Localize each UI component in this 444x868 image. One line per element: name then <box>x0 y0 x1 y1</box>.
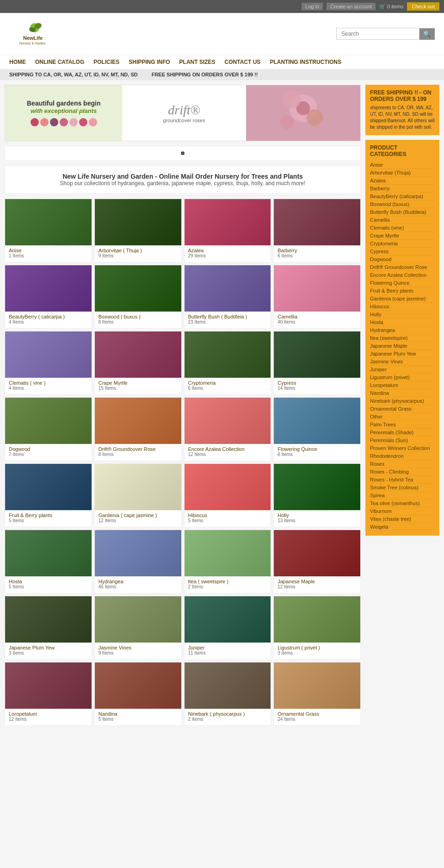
product-cell[interactable]: BeautyBerry ( calicarpa )4 Items <box>5 265 92 329</box>
product-cell[interactable]: Japanese Maple12 Items <box>273 530 361 593</box>
nav-item-policies[interactable]: POLICIES <box>93 59 119 65</box>
category-link[interactable]: Perennials (Shade) <box>370 429 435 437</box>
nav-item-planting[interactable]: PLANTING INSTRUCTIONS <box>270 59 341 65</box>
category-link[interactable]: Palm Trees <box>370 421 435 429</box>
category-link[interactable]: Butterfly Bush (Buddleia) <box>370 208 435 216</box>
category-link[interactable]: Smoke Tree (cotinus) <box>370 484 435 492</box>
nav-item-shipping[interactable]: SHIPPING INFO <box>129 59 170 65</box>
carousel-dot-active[interactable] <box>181 151 185 155</box>
category-link[interactable]: Roses - Hybrid Tea <box>370 476 435 484</box>
search-button[interactable]: 🔍 <box>419 28 435 40</box>
product-cell[interactable]: Loropetalum12 Items <box>5 662 92 726</box>
category-link[interactable]: Itea (sweetspire) <box>370 334 435 342</box>
nav-item-catalog[interactable]: ONLINE CATALOG <box>35 59 84 65</box>
product-count: 40 Items <box>278 319 357 325</box>
category-link[interactable]: Viburnum <box>370 507 435 515</box>
category-link[interactable]: Clematis (vine) <box>370 224 435 232</box>
product-cell[interactable]: Camellia40 Items <box>273 265 361 329</box>
product-name: Encore Azalea Collection <box>188 446 267 452</box>
product-info: Ornamental Grass24 Items <box>274 709 360 725</box>
product-cell[interactable]: Ligustrum ( privet )3 Items <box>273 596 361 660</box>
product-cell[interactable]: Crape Myrtle15 Items <box>94 331 182 395</box>
product-cell[interactable]: Encore Azalea Collection12 Items <box>184 397 271 461</box>
product-cell[interactable]: Gardenia ( cape jasmine )12 Items <box>94 463 182 527</box>
product-cell[interactable]: Japanese Plum Yew3 Items <box>5 596 92 660</box>
category-link[interactable]: Japanese Maple <box>370 342 435 350</box>
category-link[interactable]: BeautyBerry (calicarpa) <box>370 193 435 200</box>
product-cell[interactable]: Barberry6 Items <box>273 199 361 262</box>
product-cell[interactable]: Flowering Quince6 Items <box>273 397 361 461</box>
product-cell[interactable]: Nandina5 Items <box>94 662 182 726</box>
tagline-title: New Life Nursery and Garden - Online Mai… <box>12 173 353 180</box>
product-cell[interactable]: Hosta5 Items <box>5 530 92 593</box>
category-link[interactable]: Boxwood (buxus) <box>370 200 435 208</box>
product-cell[interactable]: Juniper11 Items <box>184 596 271 660</box>
category-link[interactable]: Drift® Groundcover Rose <box>370 263 435 271</box>
category-link[interactable]: Ornamental Grass <box>370 405 435 413</box>
category-link[interactable]: Hosta <box>370 318 435 326</box>
login-link[interactable]: Log in <box>302 3 323 10</box>
flower-7 <box>89 118 97 126</box>
product-cell[interactable]: Cypress14 Items <box>273 331 361 395</box>
category-link[interactable]: Gardenia (cape jasmine) <box>370 295 435 303</box>
product-cell[interactable]: Dogwood7 Items <box>5 397 92 461</box>
product-cell[interactable]: Fruit & Berry plants5 Items <box>5 463 92 527</box>
product-image <box>274 199 360 245</box>
category-link[interactable]: Cypress <box>370 248 435 256</box>
nav-item-home[interactable]: HOME <box>9 59 26 65</box>
category-link[interactable]: Holly <box>370 311 435 318</box>
category-link[interactable]: Hydrangea <box>370 326 435 334</box>
product-cell[interactable]: Ninebark ( physocarpus )2 Items <box>184 662 271 726</box>
product-count: 11 Items <box>188 650 267 656</box>
product-cell[interactable]: Clematis ( vine )4 Items <box>5 331 92 395</box>
category-link[interactable]: Ligustrum (privet) <box>370 374 435 381</box>
category-link[interactable]: Roses - Climbing <box>370 468 435 476</box>
category-link[interactable]: Loropetalum <box>370 381 435 389</box>
category-link[interactable]: Proven Winners Collection <box>370 444 435 452</box>
product-cell[interactable]: Boxwood ( buxus )6 Items <box>94 265 182 329</box>
category-link[interactable]: Barberry <box>370 185 435 193</box>
category-link[interactable]: Crape Myrtle <box>370 232 435 240</box>
category-link[interactable]: Weigela <box>370 523 435 531</box>
category-link[interactable]: Ninebark (physocarpus) <box>370 397 435 405</box>
category-link[interactable]: Camellia <box>370 216 435 224</box>
category-link[interactable]: Spirea <box>370 492 435 500</box>
product-cell[interactable]: Hydrangea46 Items <box>94 530 182 593</box>
category-link[interactable]: Rhododendron <box>370 452 435 460</box>
product-cell[interactable]: Drift® Groundcover Rose8 Items <box>94 397 182 461</box>
category-link[interactable]: Cryptomeria <box>370 240 435 248</box>
category-link[interactable]: Jasmine Vines <box>370 358 435 366</box>
create-account-link[interactable]: Create an account <box>327 3 376 10</box>
category-link[interactable]: Fruit & Berry plants <box>370 287 435 295</box>
nav-item-contact[interactable]: CONTACT US <box>225 59 261 65</box>
product-cell[interactable]: Anise1 Items <box>5 199 92 262</box>
product-cell[interactable]: Holly13 Items <box>273 463 361 527</box>
category-link[interactable]: Roses <box>370 460 435 468</box>
category-link[interactable]: Other <box>370 413 435 421</box>
product-cell[interactable]: Hibiscus5 Items <box>184 463 271 527</box>
nav-item-plant-sizes[interactable]: PLANT SIZES <box>179 59 216 65</box>
category-link[interactable]: Flowering Quince <box>370 279 435 287</box>
category-link[interactable]: Tea olive (osmanthus) <box>370 500 435 507</box>
category-link[interactable]: Anise <box>370 161 435 169</box>
category-link[interactable]: Azalea <box>370 177 435 185</box>
search-input[interactable] <box>336 28 419 40</box>
category-link[interactable]: Hibiscus <box>370 303 435 311</box>
category-link[interactable]: Encore Azalea Collection <box>370 271 435 279</box>
product-cell[interactable]: Arborvitae ( Thuja )9 Items <box>94 199 182 262</box>
category-link[interactable]: Arborvitae (Thuja) <box>370 169 435 177</box>
category-link[interactable]: Vitex (chaste tree) <box>370 515 435 523</box>
product-cell[interactable]: Butterfly Bush ( Buddleia )23 Items <box>184 265 271 329</box>
product-cell[interactable]: Ornamental Grass24 Items <box>273 662 361 726</box>
product-count: 5 Items <box>9 518 88 523</box>
category-link[interactable]: Juniper <box>370 366 435 374</box>
product-cell[interactable]: Cryptomeria6 Items <box>184 331 271 395</box>
product-cell[interactable]: Itea ( sweetspire )2 Items <box>184 530 271 593</box>
category-link[interactable]: Perennials (Sun) <box>370 437 435 444</box>
checkout-button[interactable]: Check out <box>407 2 439 11</box>
category-link[interactable]: Dogwood <box>370 256 435 263</box>
category-link[interactable]: Japanese Plum Yew <box>370 350 435 358</box>
product-cell[interactable]: Azalea29 Items <box>184 199 271 262</box>
product-cell[interactable]: Jasmine Vines9 Items <box>94 596 182 660</box>
category-link[interactable]: Nandina <box>370 389 435 397</box>
